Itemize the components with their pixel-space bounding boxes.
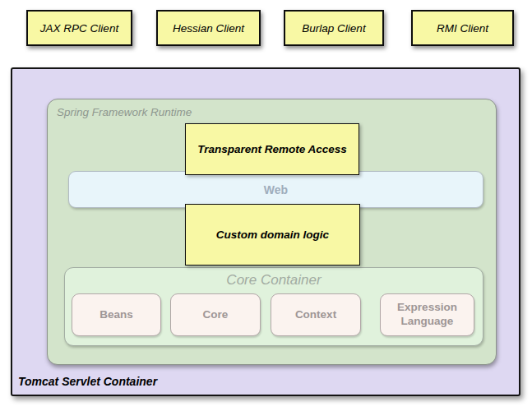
client-label-hessian: Hessian Client: [173, 22, 244, 35]
core-container-label: Core Container: [65, 272, 483, 289]
web-layer-box: Web: [68, 171, 483, 208]
diagram-canvas: JAX RPC Client Hessian Client Burlap Cli…: [0, 0, 532, 411]
module-box-context: Context: [271, 293, 361, 336]
client-label-burlap: Burlap Client: [302, 22, 365, 35]
tomcat-servlet-container-box: Spring Framework Runtime Web Transparent…: [11, 67, 520, 396]
module-label-context: Context: [295, 308, 336, 322]
client-box-hessian: Hessian Client: [156, 10, 261, 46]
module-box-expression-language: Expression Language: [380, 293, 474, 336]
module-box-beans: Beans: [72, 293, 161, 336]
client-box-rmi: RMI Client: [411, 10, 514, 46]
client-label-jax-rpc: JAX RPC Client: [40, 22, 118, 35]
transparent-remote-access-label: Transparent Remote Access: [197, 143, 347, 155]
client-box-jax-rpc: JAX RPC Client: [26, 10, 132, 46]
web-layer-label: Web: [264, 183, 288, 196]
module-label-expression-language: Expression Language: [387, 301, 467, 329]
module-label-core: Core: [203, 308, 229, 322]
spring-framework-runtime-box: Spring Framework Runtime Web Transparent…: [47, 99, 497, 365]
client-box-burlap: Burlap Client: [284, 10, 384, 46]
module-label-beans: Beans: [99, 308, 133, 322]
transparent-remote-access-box: Transparent Remote Access: [185, 123, 359, 175]
tomcat-servlet-container-label: Tomcat Servlet Container: [18, 375, 157, 388]
custom-domain-logic-label: Custom domain logic: [216, 229, 329, 241]
module-box-core: Core: [170, 293, 261, 336]
client-label-rmi: RMI Client: [437, 22, 488, 35]
custom-domain-logic-box: Custom domain logic: [185, 204, 360, 266]
core-container-box: Core Container Beans Core Context Expres…: [64, 267, 483, 346]
spring-runtime-label: Spring Framework Runtime: [57, 106, 192, 118]
